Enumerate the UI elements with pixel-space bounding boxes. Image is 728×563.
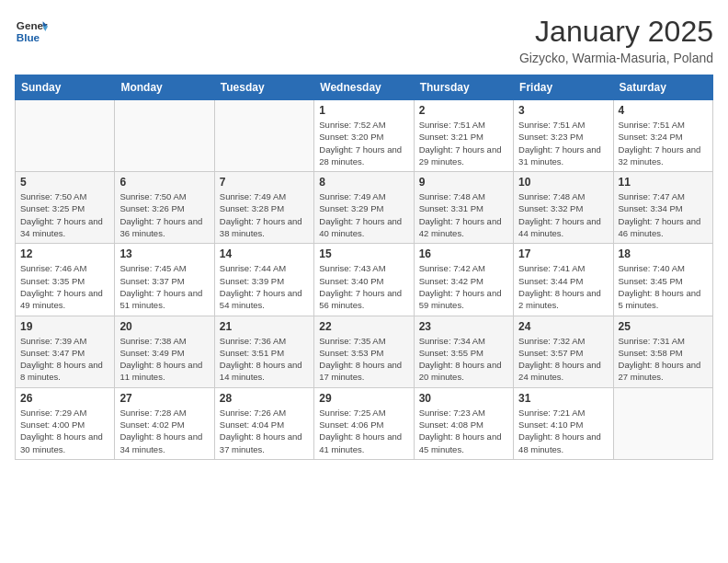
day-info: Sunrise: 7:26 AM Sunset: 4:04 PM Dayligh… xyxy=(220,407,309,455)
day-number: 6 xyxy=(119,176,209,189)
day-info: Sunrise: 7:34 AM Sunset: 3:55 PM Dayligh… xyxy=(419,335,508,384)
day-number: 2 xyxy=(419,104,508,117)
day-info: Sunrise: 7:39 AM Sunset: 3:47 PM Dayligh… xyxy=(20,335,109,384)
table-row: 5Sunrise: 7:50 AM Sunset: 3:25 PM Daylig… xyxy=(16,172,115,244)
day-info: Sunrise: 7:25 AM Sunset: 4:06 PM Dayligh… xyxy=(319,407,408,455)
table-row: 11Sunrise: 7:47 AM Sunset: 3:34 PM Dayli… xyxy=(613,172,712,244)
day-number: 25 xyxy=(619,320,708,333)
table-row: 12Sunrise: 7:46 AM Sunset: 3:35 PM Dayli… xyxy=(16,244,115,316)
day-number: 20 xyxy=(119,320,209,333)
table-row: 18Sunrise: 7:40 AM Sunset: 3:45 PM Dayli… xyxy=(613,244,712,316)
day-info: Sunrise: 7:49 AM Sunset: 3:28 PM Dayligh… xyxy=(220,190,309,239)
day-number: 21 xyxy=(220,320,309,333)
day-info: Sunrise: 7:48 AM Sunset: 3:31 PM Dayligh… xyxy=(419,190,508,239)
day-number: 19 xyxy=(20,320,109,333)
day-info: Sunrise: 7:52 AM Sunset: 3:20 PM Dayligh… xyxy=(319,119,408,167)
page-header: General Blue January 2025 Gizycko, Warmi… xyxy=(15,15,713,65)
table-row: 13Sunrise: 7:45 AM Sunset: 3:37 PM Dayli… xyxy=(115,244,214,316)
table-row xyxy=(214,100,313,172)
calendar-week-row: 1Sunrise: 7:52 AM Sunset: 3:20 PM Daylig… xyxy=(16,100,713,172)
calendar-table: Sunday Monday Tuesday Wednesday Thursday… xyxy=(15,75,713,460)
table-row: 10Sunrise: 7:48 AM Sunset: 3:32 PM Dayli… xyxy=(514,172,613,244)
day-info: Sunrise: 7:49 AM Sunset: 3:29 PM Dayligh… xyxy=(319,190,408,239)
day-number: 26 xyxy=(20,392,109,405)
day-number: 13 xyxy=(119,247,209,260)
day-info: Sunrise: 7:21 AM Sunset: 4:10 PM Dayligh… xyxy=(518,407,608,455)
calendar-week-row: 26Sunrise: 7:29 AM Sunset: 4:00 PM Dayli… xyxy=(16,387,713,459)
day-number: 15 xyxy=(319,247,408,260)
day-number: 28 xyxy=(220,392,309,405)
day-number: 29 xyxy=(319,392,408,405)
day-number: 14 xyxy=(220,247,309,260)
calendar-week-row: 12Sunrise: 7:46 AM Sunset: 3:35 PM Dayli… xyxy=(16,244,713,316)
day-number: 31 xyxy=(518,392,608,405)
day-number: 1 xyxy=(319,104,408,117)
logo-icon: General Blue xyxy=(15,15,48,48)
table-row: 8Sunrise: 7:49 AM Sunset: 3:29 PM Daylig… xyxy=(314,172,414,244)
header-saturday: Saturday xyxy=(613,75,712,100)
day-info: Sunrise: 7:45 AM Sunset: 3:37 PM Dayligh… xyxy=(119,262,209,311)
table-row: 6Sunrise: 7:50 AM Sunset: 3:26 PM Daylig… xyxy=(115,172,214,244)
day-number: 11 xyxy=(619,176,708,189)
day-number: 7 xyxy=(220,176,309,189)
table-row: 3Sunrise: 7:51 AM Sunset: 3:23 PM Daylig… xyxy=(514,100,613,172)
header-sunday: Sunday xyxy=(16,75,115,100)
title-area: January 2025 Gizycko, Warmia-Masuria, Po… xyxy=(519,15,713,65)
day-info: Sunrise: 7:38 AM Sunset: 3:49 PM Dayligh… xyxy=(119,335,209,384)
day-number: 30 xyxy=(419,392,508,405)
day-info: Sunrise: 7:51 AM Sunset: 3:23 PM Dayligh… xyxy=(518,119,608,167)
calendar-subtitle: Gizycko, Warmia-Masuria, Poland xyxy=(519,51,713,65)
day-info: Sunrise: 7:44 AM Sunset: 3:39 PM Dayligh… xyxy=(220,262,309,311)
table-row: 26Sunrise: 7:29 AM Sunset: 4:00 PM Dayli… xyxy=(16,387,115,459)
day-info: Sunrise: 7:40 AM Sunset: 3:45 PM Dayligh… xyxy=(619,262,708,311)
day-info: Sunrise: 7:48 AM Sunset: 3:32 PM Dayligh… xyxy=(518,190,608,239)
table-row: 25Sunrise: 7:31 AM Sunset: 3:58 PM Dayli… xyxy=(613,316,712,387)
table-row: 31Sunrise: 7:21 AM Sunset: 4:10 PM Dayli… xyxy=(514,387,613,459)
table-row: 19Sunrise: 7:39 AM Sunset: 3:47 PM Dayli… xyxy=(16,316,115,387)
table-row: 2Sunrise: 7:51 AM Sunset: 3:21 PM Daylig… xyxy=(414,100,513,172)
day-info: Sunrise: 7:46 AM Sunset: 3:35 PM Dayligh… xyxy=(20,262,109,311)
day-info: Sunrise: 7:43 AM Sunset: 3:40 PM Dayligh… xyxy=(319,262,408,311)
table-row: 20Sunrise: 7:38 AM Sunset: 3:49 PM Dayli… xyxy=(115,316,214,387)
svg-text:Blue: Blue xyxy=(17,31,40,43)
table-row: 29Sunrise: 7:25 AM Sunset: 4:06 PM Dayli… xyxy=(314,387,414,459)
table-row: 16Sunrise: 7:42 AM Sunset: 3:42 PM Dayli… xyxy=(414,244,513,316)
day-number: 23 xyxy=(419,320,508,333)
day-info: Sunrise: 7:36 AM Sunset: 3:51 PM Dayligh… xyxy=(220,335,309,384)
day-info: Sunrise: 7:31 AM Sunset: 3:58 PM Dayligh… xyxy=(619,335,708,384)
table-row: 7Sunrise: 7:49 AM Sunset: 3:28 PM Daylig… xyxy=(214,172,313,244)
day-number: 17 xyxy=(518,247,608,260)
day-info: Sunrise: 7:50 AM Sunset: 3:26 PM Dayligh… xyxy=(119,190,209,239)
day-info: Sunrise: 7:47 AM Sunset: 3:34 PM Dayligh… xyxy=(619,190,708,239)
day-number: 22 xyxy=(319,320,408,333)
header-wednesday: Wednesday xyxy=(314,75,414,100)
day-number: 16 xyxy=(419,247,508,260)
calendar-week-row: 5Sunrise: 7:50 AM Sunset: 3:25 PM Daylig… xyxy=(16,172,713,244)
table-row: 14Sunrise: 7:44 AM Sunset: 3:39 PM Dayli… xyxy=(214,244,313,316)
weekday-header-row: Sunday Monday Tuesday Wednesday Thursday… xyxy=(16,75,713,100)
table-row: 21Sunrise: 7:36 AM Sunset: 3:51 PM Dayli… xyxy=(214,316,313,387)
day-info: Sunrise: 7:41 AM Sunset: 3:44 PM Dayligh… xyxy=(518,262,608,311)
day-number: 12 xyxy=(20,247,109,260)
table-row: 4Sunrise: 7:51 AM Sunset: 3:24 PM Daylig… xyxy=(613,100,712,172)
table-row: 27Sunrise: 7:28 AM Sunset: 4:02 PM Dayli… xyxy=(115,387,214,459)
day-number: 10 xyxy=(518,176,608,189)
day-number: 3 xyxy=(518,104,608,117)
table-row xyxy=(115,100,214,172)
day-number: 5 xyxy=(20,176,109,189)
table-row: 24Sunrise: 7:32 AM Sunset: 3:57 PM Dayli… xyxy=(514,316,613,387)
header-thursday: Thursday xyxy=(414,75,513,100)
table-row: 9Sunrise: 7:48 AM Sunset: 3:31 PM Daylig… xyxy=(414,172,513,244)
day-info: Sunrise: 7:23 AM Sunset: 4:08 PM Dayligh… xyxy=(419,407,508,455)
day-info: Sunrise: 7:51 AM Sunset: 3:24 PM Dayligh… xyxy=(619,119,708,167)
day-number: 18 xyxy=(619,247,708,260)
day-number: 9 xyxy=(419,176,508,189)
header-monday: Monday xyxy=(115,75,214,100)
day-info: Sunrise: 7:51 AM Sunset: 3:21 PM Dayligh… xyxy=(419,119,508,167)
day-number: 8 xyxy=(319,176,408,189)
table-row: 17Sunrise: 7:41 AM Sunset: 3:44 PM Dayli… xyxy=(514,244,613,316)
header-tuesday: Tuesday xyxy=(214,75,313,100)
day-number: 24 xyxy=(518,320,608,333)
table-row: 1Sunrise: 7:52 AM Sunset: 3:20 PM Daylig… xyxy=(314,100,414,172)
day-number: 27 xyxy=(119,392,209,405)
